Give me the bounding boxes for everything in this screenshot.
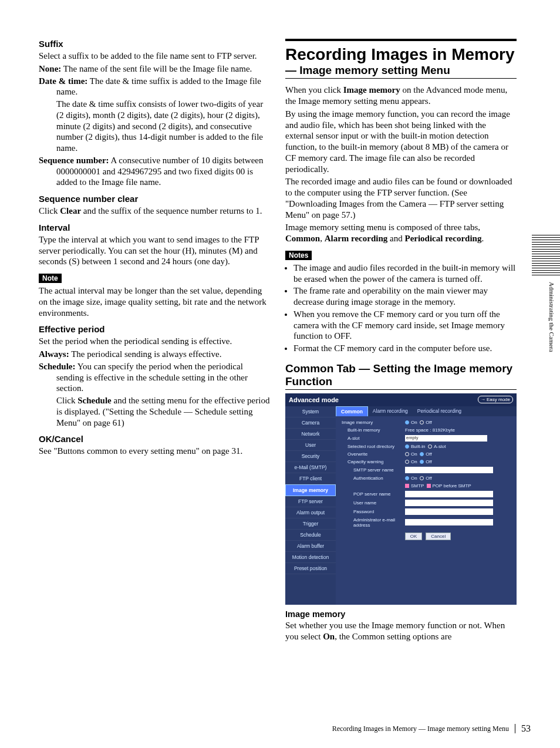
radio-imgmem-off[interactable] [420,420,424,424]
input-smtp[interactable] [405,467,493,473]
shot-form: Image memory On Off Built-in memory Free… [336,416,517,543]
shot-header: Advanced mode → Easy mode [285,393,517,406]
label-selroot: Selected root directory [342,444,405,449]
checkbox-pop-before-smtp[interactable] [427,484,431,488]
sidebar-item-ftp-client[interactable]: FTP client [285,473,336,484]
sidebar-item-security[interactable]: Security [285,451,336,462]
radio-imgmem-on[interactable] [405,420,409,424]
def-sequence: Sequence number: A consecutive number of… [39,155,270,188]
section-top-rule [285,39,517,41]
note-text: The actual interval may be longer than t… [39,285,270,318]
def-schedule-detail: Click Schedule and the setting menu for … [39,395,270,428]
sidebar-item-motion-detection[interactable]: Motion detection [285,552,336,563]
def-datetime-detail: The date & time suffix consists of lower… [39,99,270,154]
effective-intro: Set the period when the periodical sendi… [39,336,270,347]
note-label: Note [39,274,62,283]
row-capacity-warning: Capacity warning On Off [342,459,514,464]
input-pop[interactable] [405,491,493,497]
tab-alarm-recording[interactable]: Alarm recording [368,406,413,416]
note-item: The frame rate and operability on the ma… [294,285,517,308]
settings-screenshot: Advanced mode → Easy mode System Camera … [285,393,517,605]
page-content: Suffix Select a suffix to be added to th… [0,0,560,643]
label-image-memory: Image memory [342,420,405,425]
def-schedule: Schedule: You can specify the period whe… [39,361,270,394]
notes-label: Notes [285,251,312,260]
button-row: OK Cancel [342,533,514,540]
sidebar-item-trigger[interactable]: Trigger [285,518,336,530]
note-item: The image and audio files recorded in th… [294,262,517,285]
sidebar-item-ftp-server[interactable]: FTP server [285,496,336,507]
input-password[interactable] [405,508,493,515]
right-p1: When you click Image memory on the Advan… [285,85,517,107]
footer-divider [515,724,515,733]
checkbox-smtp[interactable] [405,484,409,488]
image-memory-text: Set whether you use the Image memory fun… [285,620,517,642]
shot-sidebar: System Camera Network User Security e-Ma… [285,406,336,605]
note-item: Format the CF memory card in the compute… [294,343,517,354]
row-password: Password [342,508,514,515]
row-pop: POP server name [342,491,514,497]
radio-capw-off[interactable] [420,460,424,464]
label-builtin: Built-in memory [342,427,405,433]
shot-tabs: Common Alarm recording Periodical record… [336,406,517,416]
footer-title: Recording Images in Memory — Image memor… [332,725,509,733]
row-image-memory: Image memory On Off [342,420,514,425]
sidebar-item-camera[interactable]: Camera [285,417,336,429]
row-smtp: SMTP server name [342,467,514,473]
sidebar-item-network[interactable]: Network [285,429,336,440]
input-username[interactable] [405,500,493,506]
heading-image-memory: Image memory [285,609,517,619]
okcancel-text: See "Buttons common to every setting men… [39,446,270,457]
value-aslot: empty [405,435,487,442]
input-admin-email[interactable] [405,519,493,525]
tab-periodical-recording[interactable]: Periodical recording [413,406,466,416]
shot-main: Common Alarm recording Periodical record… [336,406,517,605]
row-username: User name [342,500,514,506]
side-section-label: Administrating the Camera [548,282,555,352]
sidebar-item-alarm-buffer[interactable]: Alarm buffer [285,541,336,552]
heading-recording: Recording Images in Memory [285,46,517,63]
easy-mode-button[interactable]: → Easy mode [478,396,513,403]
sidebar-item-system[interactable]: System [285,406,336,417]
seqclear-text: Click Clear and the suffix of the sequen… [39,205,270,217]
label-capacity-warning: Capacity warning [342,459,405,464]
label-password: Password [342,509,405,514]
right-column: Recording Images in Memory — Image memor… [285,39,517,643]
heading-common-tab: Common Tab — Setting the Image memory Fu… [285,362,517,390]
sidebar-item-preset-position[interactable]: Preset position [285,563,336,574]
sidebar-item-schedule[interactable]: Schedule [285,530,336,541]
radio-selroot-builtin[interactable] [405,444,409,449]
tab-common[interactable]: Common [336,406,368,416]
sidebar-item-alarm-output[interactable]: Alarm output [285,507,336,518]
shot-title: Advanced mode [289,396,339,403]
row-aslot: A-slot empty [342,435,514,442]
radio-auth-on[interactable] [405,476,409,480]
right-p4: Image memory setting menu is composed of… [285,222,517,244]
label-aslot: A-slot [342,436,405,441]
heading-interval: Interval [39,223,270,233]
sidebar-item-user[interactable]: User [285,440,336,451]
suffix-definitions: None: The name of the sent file will be … [39,63,270,188]
ok-button[interactable]: OK [405,533,423,540]
radio-overwrite-off[interactable] [420,452,424,456]
sidebar-item-email[interactable]: e-Mail (SMTP) [285,462,336,473]
heading-effective: Effective period [39,324,270,334]
row-auth: Authentication On Off [342,476,514,481]
cancel-button[interactable]: Cancel [426,533,451,540]
radio-capw-on[interactable] [405,460,409,464]
right-p2: By using the image memory function, you … [285,109,517,175]
sidebar-item-image-memory[interactable]: Image memory [285,484,336,496]
suffix-intro: Select a suffix to be added to the file … [39,50,270,62]
label-auth: Authentication [342,476,405,481]
radio-overwrite-on[interactable] [405,452,409,456]
heading-seqclear: Sequence number clear [39,194,270,204]
label-smtp: SMTP server name [342,467,405,473]
subheading-image-memory-menu: — Image memory setting Menu [285,64,517,79]
radio-auth-off[interactable] [420,476,424,480]
row-admin-email: Administrator e-mail address [342,517,514,528]
radio-selroot-aslot[interactable] [428,444,432,449]
value-builtin-freespace: Free space : 8192Kbyte [405,427,514,433]
notes-list: The image and audio files recorded in th… [285,262,517,354]
row-auth-opts: SMTP POP before SMTP [342,483,514,488]
right-p3: The recorded image and audio files can b… [285,176,517,220]
